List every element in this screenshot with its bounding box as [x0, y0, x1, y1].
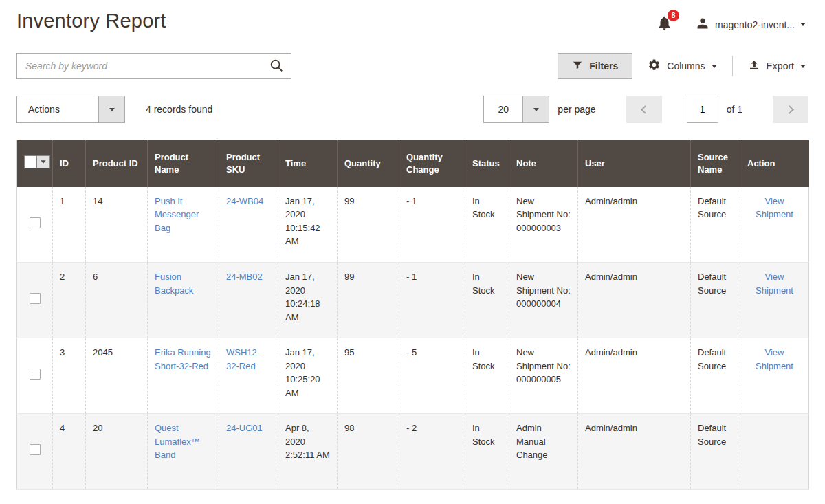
- columns-control[interactable]: Columns: [632, 58, 732, 74]
- view-shipment-link[interactable]: View Shipment: [756, 272, 793, 296]
- table-row: 3 2045 Erika Running Short-32-Red WSH12-…: [17, 338, 809, 414]
- next-page-button[interactable]: [773, 96, 808, 123]
- current-page-input[interactable]: [687, 96, 718, 123]
- column-header-note[interactable]: Note: [509, 140, 578, 187]
- chevron-down-icon: [800, 65, 806, 68]
- cell-user: Admin/admin: [578, 338, 691, 414]
- select-all-header: [17, 140, 53, 187]
- export-label: Export: [767, 61, 794, 72]
- cell-status: In Stock: [465, 187, 509, 263]
- filters-button[interactable]: Filters: [558, 53, 632, 79]
- view-shipment-link[interactable]: View Shipment: [756, 347, 793, 371]
- column-header-status[interactable]: Status: [465, 140, 509, 187]
- previous-page-button[interactable]: [626, 96, 662, 123]
- grid-toolbar: Filters Columns Export: [16, 53, 808, 79]
- column-header-id[interactable]: ID: [53, 140, 86, 187]
- product-name-link[interactable]: Fusion Backpack: [155, 272, 193, 296]
- column-header-quantity-change[interactable]: Quantity Change: [399, 140, 465, 187]
- search-button[interactable]: [265, 56, 287, 76]
- select-all-caret[interactable]: [37, 155, 50, 168]
- search-input[interactable]: [16, 53, 292, 79]
- column-header-quantity[interactable]: Quantity: [338, 140, 399, 187]
- bell-icon: [657, 21, 672, 33]
- columns-label: Columns: [667, 61, 705, 72]
- cell-id: 2: [53, 263, 86, 338]
- notification-badge: 8: [668, 10, 679, 21]
- column-header-user[interactable]: User: [578, 140, 691, 187]
- product-name-link[interactable]: Quest Lumaflex™ Band: [155, 423, 200, 460]
- filter-funnel-icon: [572, 60, 583, 73]
- per-page-caret-button[interactable]: [522, 96, 549, 122]
- cell-product-id: 14: [86, 187, 148, 263]
- column-header-product-sku[interactable]: Product SKU: [219, 140, 278, 187]
- cell-quantity-change: - 2: [399, 414, 465, 490]
- cell-status: In Stock: [465, 263, 509, 338]
- column-header-action[interactable]: Action: [740, 140, 809, 187]
- column-header-product-id[interactable]: Product ID: [86, 140, 148, 187]
- cell-status: In Stock: [465, 414, 509, 490]
- toolbar-actions: Filters Columns Export: [558, 53, 808, 79]
- search-icon: [269, 58, 284, 75]
- select-all-checkbox[interactable]: [24, 155, 37, 168]
- cell-quantity: 99: [338, 187, 399, 263]
- row-checkbox[interactable]: [30, 369, 41, 380]
- chevron-down-icon: [800, 23, 806, 26]
- cell-user: Admin/admin: [578, 414, 691, 490]
- cell-product-id: 20: [86, 414, 148, 490]
- actions-label: Actions: [17, 96, 98, 122]
- records-found-text: 4 records found: [146, 104, 212, 115]
- column-header-product-name[interactable]: Product Name: [148, 140, 219, 187]
- cell-source-name: Default Source: [691, 338, 740, 414]
- cell-quantity: 98: [338, 414, 399, 490]
- account-menu[interactable]: magento2-invent...: [696, 17, 806, 32]
- actions-dropdown[interactable]: Actions: [16, 96, 125, 123]
- table-row: 1 14 Push It Messenger Bag 24-WB04 Jan 1…: [17, 187, 809, 263]
- per-page-value: 20: [484, 96, 522, 122]
- filters-label: Filters: [589, 61, 618, 72]
- column-header-time[interactable]: Time: [278, 140, 338, 187]
- notifications-button[interactable]: 8: [657, 15, 672, 34]
- cell-product-id: 6: [86, 263, 148, 338]
- product-name-link[interactable]: Erika Running Short-32-Red: [155, 347, 211, 371]
- cell-note: New Shipment No: 000000005: [509, 338, 578, 414]
- product-sku-link[interactable]: 24-WB04: [226, 196, 263, 206]
- cell-source-name: Default Source: [691, 187, 740, 263]
- header-actions: 8 magento2-invent...: [657, 10, 808, 34]
- chevron-left-icon: [641, 105, 650, 114]
- cell-note: New Shipment No: 000000004: [509, 263, 578, 338]
- cell-time: Jan 17, 2020 10:25:20 AM: [278, 338, 338, 414]
- export-control[interactable]: Export: [733, 59, 808, 74]
- export-upload-icon: [748, 59, 760, 74]
- cell-status: In Stock: [465, 338, 509, 414]
- chevron-down-icon: [712, 65, 717, 68]
- cell-time: Jan 17, 2020 10:24:18 AM: [278, 263, 338, 338]
- row-checkbox[interactable]: [30, 293, 41, 304]
- total-pages-label: of 1: [727, 104, 742, 115]
- view-shipment-link[interactable]: View Shipment: [756, 196, 793, 220]
- user-icon: [696, 17, 710, 32]
- cell-quantity: 95: [338, 338, 399, 414]
- row-checkbox[interactable]: [30, 217, 41, 228]
- per-page-dropdown[interactable]: 20: [483, 96, 549, 123]
- product-sku-link[interactable]: 24-MB02: [226, 272, 263, 282]
- product-name-link[interactable]: Push It Messenger Bag: [155, 196, 199, 233]
- column-header-source-name[interactable]: Source Name: [691, 140, 740, 187]
- chevron-down-icon: [41, 160, 45, 164]
- row-checkbox[interactable]: [30, 444, 41, 455]
- chevron-down-icon: [534, 108, 539, 111]
- cell-quantity-change: - 1: [399, 263, 465, 338]
- controls-right: 20 per page of 1: [483, 96, 808, 123]
- product-sku-link[interactable]: WSH12-32-Red: [226, 347, 260, 371]
- product-sku-link[interactable]: 24-UG01: [226, 423, 263, 433]
- cell-source-name: Default Source: [691, 414, 740, 490]
- chevron-down-icon: [109, 108, 115, 111]
- actions-caret-button[interactable]: [98, 96, 124, 122]
- cell-product-id: 2045: [86, 338, 148, 414]
- cell-time: Apr 8, 2020 2:52:11 AM: [278, 414, 338, 490]
- cell-note: New Shipment No: 000000003: [509, 187, 578, 263]
- select-all-dropdown[interactable]: [24, 155, 50, 168]
- cell-user: Admin/admin: [578, 263, 691, 338]
- gear-icon: [648, 58, 661, 74]
- cell-quantity-change: - 1: [399, 187, 465, 263]
- controls-left: Actions 4 records found: [16, 96, 212, 123]
